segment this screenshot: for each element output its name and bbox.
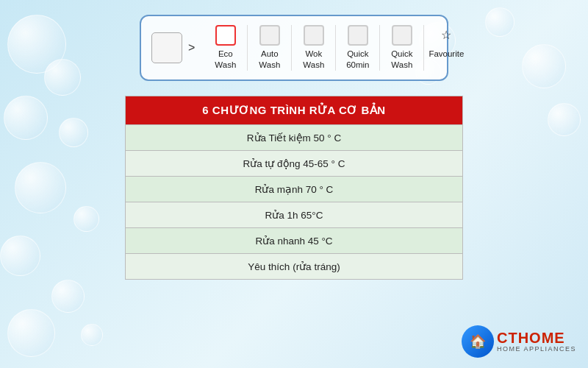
quick-wash-label: QuickWash — [391, 49, 412, 71]
programs-table: 6 CHƯƠNG TRÌNH RỬA CƠ BẢN Rửa Tiết kiệm … — [125, 96, 463, 280]
wash-item-eco-wash[interactable]: EcoWash — [204, 25, 248, 71]
table-cell-5: Yêu thích (rửa tráng) — [126, 253, 463, 279]
eco-wash-label: EcoWash — [215, 49, 236, 71]
auto-wash-label: AutoWash — [259, 49, 280, 71]
wash-item-favourite[interactable]: ☆ Favourite — [424, 25, 468, 60]
main-content: > EcoWash AutoWash WokWash Quick60min — [0, 0, 588, 368]
quick-60min-icon — [348, 25, 368, 46]
table-row: Rửa nhanh 45 °C — [126, 227, 463, 253]
wash-programs-panel: > EcoWash AutoWash WokWash Quick60min — [140, 15, 448, 81]
wash-item-wok-wash[interactable]: WokWash — [292, 25, 336, 71]
wok-wash-label: WokWash — [303, 49, 324, 71]
quick-60min-label: Quick60min — [346, 49, 369, 71]
table-row: Yêu thích (rửa tráng) — [126, 253, 463, 279]
table-cell-2: Rửa mạnh 70 ° C — [126, 176, 463, 202]
eco-wash-icon — [215, 25, 236, 46]
wok-wash-icon — [304, 25, 324, 46]
table-header: 6 CHƯƠNG TRÌNH RỬA CƠ BẢN — [126, 96, 463, 124]
auto-wash-icon — [259, 25, 280, 46]
favourite-label: Favourite — [429, 49, 464, 60]
wash-item-quick-60min[interactable]: Quick60min — [336, 25, 380, 71]
table-row: Rửa 1h 65°C — [126, 202, 463, 227]
favourite-icon: ☆ — [436, 25, 456, 46]
table-row: Rửa mạnh 70 ° C — [126, 176, 463, 202]
panel-preview-icon — [151, 32, 182, 63]
quick-wash-icon — [392, 25, 412, 46]
wash-item-auto-wash[interactable]: AutoWash — [248, 25, 292, 71]
table-cell-1: Rửa tự động 45-65 ° C — [126, 150, 463, 176]
wash-item-quick-wash[interactable]: QuickWash — [380, 25, 424, 71]
table-row: Rửa tự động 45-65 ° C — [126, 150, 463, 176]
panel-arrow-icon: > — [188, 41, 195, 54]
wash-items-list: EcoWash AutoWash WokWash Quick60min Quic… — [204, 25, 468, 71]
table-cell-0: Rửa Tiết kiệm 50 ° C — [126, 124, 463, 150]
table-row: Rửa Tiết kiệm 50 ° C — [126, 124, 463, 150]
table-cell-3: Rửa 1h 65°C — [126, 202, 463, 227]
table-cell-4: Rửa nhanh 45 °C — [126, 227, 463, 253]
